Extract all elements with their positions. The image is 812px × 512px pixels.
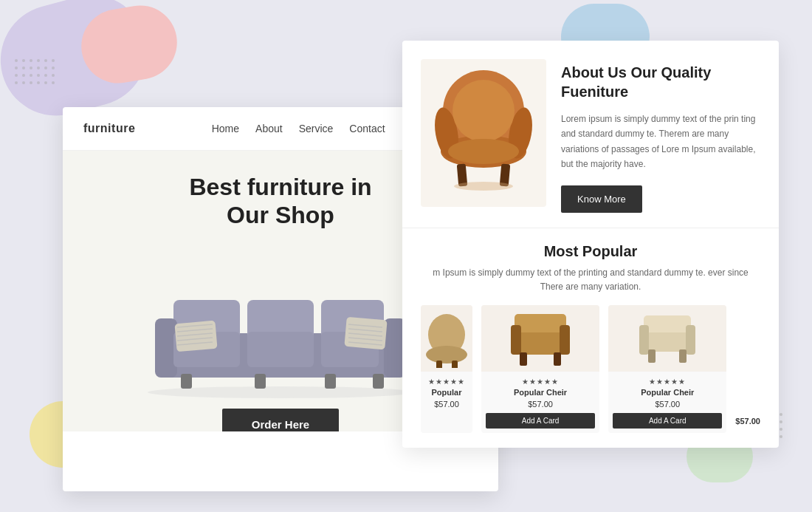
popular-section: Most Popular m Ipsum is simply dummy tex… bbox=[402, 228, 779, 448]
nav-link-contact[interactable]: Contact bbox=[349, 123, 385, 134]
popular-grid: ★★★★★ Popular $57.00 bbox=[421, 305, 760, 433]
stars-partial: ★★★★★ bbox=[425, 378, 468, 386]
product-price-partial: $57.00 bbox=[425, 400, 468, 409]
add-card-button-2[interactable]: Add A Card bbox=[613, 413, 722, 429]
about-content: About Us Our Quality Fueniture Lorem ips… bbox=[561, 59, 760, 213]
chair-thumb-2 bbox=[503, 307, 577, 369]
about-section: About Us Our Quality Fueniture Lorem ips… bbox=[402, 41, 779, 228]
nav-item-contact[interactable]: Contact bbox=[349, 122, 385, 135]
chair-thumb-1 bbox=[423, 309, 471, 368]
svg-rect-41 bbox=[511, 325, 521, 355]
product-card-1: ★★★★★ Popular Cheir $57.00 Add A Card bbox=[481, 305, 599, 433]
stars-2: ★★★★★ bbox=[613, 378, 722, 386]
dots-left bbox=[15, 59, 55, 84]
svg-rect-37 bbox=[436, 361, 442, 368]
product-info-2: ★★★★★ Popular Cheir $57.00 Add A Card bbox=[608, 372, 726, 433]
product-image-1 bbox=[481, 305, 599, 372]
extra-price: $57.00 bbox=[735, 305, 760, 433]
nav-item-about[interactable]: About bbox=[255, 122, 283, 135]
product-name-2: Popular Cheir bbox=[613, 388, 722, 397]
add-card-button-1[interactable]: Add A Card bbox=[486, 413, 595, 429]
product-info-1: ★★★★★ Popular Cheir $57.00 Add A Card bbox=[481, 372, 599, 433]
svg-point-36 bbox=[426, 346, 467, 363]
sofa-svg bbox=[125, 245, 436, 400]
svg-point-30 bbox=[453, 80, 515, 142]
popular-title: Most Popular bbox=[421, 243, 760, 260]
nav-link-home[interactable]: Home bbox=[212, 123, 239, 134]
svg-rect-38 bbox=[452, 361, 458, 368]
chair-image bbox=[421, 59, 546, 207]
svg-point-34 bbox=[454, 182, 513, 191]
svg-rect-43 bbox=[520, 352, 527, 366]
stars-1: ★★★★★ bbox=[486, 378, 595, 386]
svg-rect-25 bbox=[373, 374, 384, 389]
svg-rect-44 bbox=[554, 352, 561, 366]
nav-item-service[interactable]: Service bbox=[299, 122, 334, 135]
product-name-partial: Popular bbox=[425, 388, 468, 397]
armchair-svg bbox=[428, 66, 539, 199]
svg-rect-42 bbox=[560, 325, 570, 355]
product-name-1: Popular Cheir bbox=[486, 388, 595, 397]
nav-logo: furniture bbox=[83, 122, 135, 135]
svg-rect-48 bbox=[686, 325, 695, 355]
svg-rect-40 bbox=[518, 332, 562, 355]
svg-rect-47 bbox=[639, 325, 649, 355]
svg-rect-49 bbox=[648, 349, 656, 363]
svg-rect-24 bbox=[325, 374, 336, 389]
product-image-2 bbox=[608, 305, 726, 372]
know-more-button[interactable]: Know More bbox=[561, 185, 642, 213]
about-title: About Us Our Quality Fueniture bbox=[561, 63, 760, 101]
product-price-1: $57.00 bbox=[486, 400, 595, 409]
nav-link-service[interactable]: Service bbox=[299, 123, 334, 134]
product-image-partial bbox=[421, 305, 472, 372]
svg-rect-8 bbox=[247, 332, 314, 367]
svg-point-31 bbox=[448, 139, 519, 164]
product-card-partial: ★★★★★ Popular $57.00 bbox=[421, 305, 472, 433]
about-text: Lorem ipsum is simply dummy text of the … bbox=[561, 112, 760, 172]
svg-rect-23 bbox=[255, 374, 266, 389]
product-price-2: $57.00 bbox=[613, 400, 722, 409]
nav-item-home[interactable]: Home bbox=[212, 122, 239, 135]
product-card-2: ★★★★★ Popular Cheir $57.00 Add A Card bbox=[608, 305, 726, 433]
extra-price-label: $57.00 bbox=[735, 417, 760, 426]
chair-thumb-3 bbox=[630, 307, 704, 369]
nav-link-about[interactable]: About bbox=[255, 123, 283, 134]
popular-description: m Ipsum is simply dummy text of the prin… bbox=[421, 266, 760, 294]
svg-rect-46 bbox=[647, 332, 688, 352]
right-panel: About Us Our Quality Fueniture Lorem ips… bbox=[402, 41, 779, 448]
svg-rect-50 bbox=[679, 349, 687, 363]
product-info-partial: ★★★★★ Popular $57.00 bbox=[421, 372, 472, 417]
order-button[interactable]: Order Here bbox=[222, 409, 339, 431]
svg-rect-22 bbox=[181, 374, 192, 389]
nav-links: Home About Service Contact bbox=[212, 122, 385, 135]
